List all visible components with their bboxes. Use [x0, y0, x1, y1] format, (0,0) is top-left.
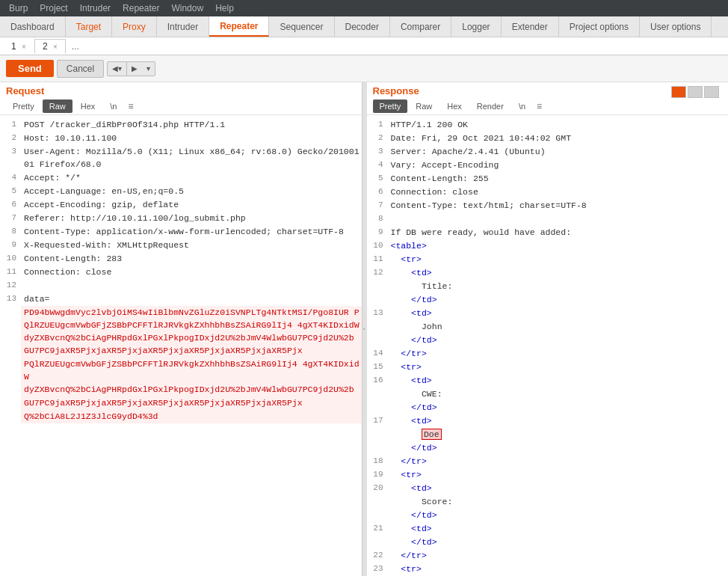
res-fmt-pretty[interactable]: Pretty: [373, 99, 408, 113]
response-line: 7Content-Type: text/html; charset=UTF-8: [367, 199, 729, 212]
res-fmt-raw[interactable]: Raw: [409, 99, 439, 113]
tab-repeater[interactable]: Repeater: [209, 16, 269, 37]
response-line: 20 <td>: [367, 482, 729, 495]
response-line: 10<table>: [367, 239, 729, 253]
tab-sequencer[interactable]: Sequencer: [269, 16, 334, 37]
tab-intruder[interactable]: Intruder: [157, 16, 209, 37]
tab-dashboard[interactable]: Dashboard: [0, 16, 66, 37]
response-line: 12 <td>: [367, 266, 729, 280]
request-line: 4Accept: */*: [0, 171, 362, 185]
response-line: 21 <td>: [367, 522, 729, 536]
response-line: </td>: [367, 401, 729, 414]
tab-user-options[interactable]: User options: [640, 16, 712, 37]
response-line: Doe: [367, 428, 729, 441]
request-line: 6Accept-Encoding: gzip, deflate: [0, 198, 362, 212]
request-code-area[interactable]: 1POST /tracker_diRbPr0Of314.php HTTP/1.1…: [0, 115, 362, 576]
response-line: 15 <tr>: [367, 361, 729, 374]
menu-window[interactable]: Window: [165, 1, 209, 15]
req-fmt-ln[interactable]: \n: [103, 99, 123, 113]
nav-arrows: ◀▾ ▶ ▾: [107, 61, 155, 76]
view-btn-horizontal[interactable]: [688, 86, 703, 98]
subtab-1-close[interactable]: ×: [22, 43, 26, 51]
menu-bar: Burp Project Intruder Repeater Window He…: [0, 0, 728, 16]
response-line: 3Server: Apache/2.4.41 (Ubuntu): [367, 145, 729, 159]
subtab-1[interactable]: 1 ×: [3, 39, 34, 54]
request-format-tabs: Pretty Raw Hex \n ≡: [0, 98, 362, 115]
request-panel: Request Pretty Raw Hex \n ≡ 1POST /track…: [0, 82, 363, 576]
response-line: 23 <tr>: [367, 563, 729, 576]
subtab-2-close[interactable]: ×: [53, 43, 58, 51]
cancel-button[interactable]: Cancel: [57, 60, 104, 78]
response-line: 17 <td>: [367, 414, 729, 428]
response-line: 9If DB were ready, would have added:: [367, 226, 729, 239]
request-line: Q%2bCiA8L2J1Z3JlcG9ydD4%3d: [0, 410, 362, 423]
res-fmt-render[interactable]: Render: [470, 99, 510, 113]
res-fmt-ln[interactable]: \n: [512, 99, 532, 113]
subtab-2[interactable]: 2 ×: [34, 39, 66, 54]
response-line: CWE:: [367, 387, 729, 401]
menu-burp[interactable]: Burp: [3, 1, 34, 15]
response-line: 19 <tr>: [367, 468, 729, 482]
tab-proxy[interactable]: Proxy: [112, 16, 157, 37]
request-line: PD94bWwgdmVyc2lvbjOiMS4wIiBlbmNvZGluZz0i…: [0, 306, 362, 358]
request-line: 8Content-Type: application/x-www-form-ur…: [0, 225, 362, 239]
view-btn-split[interactable]: [671, 86, 686, 98]
tab-decoder[interactable]: Decoder: [335, 16, 390, 37]
back-arrow[interactable]: ◀▾: [108, 62, 126, 75]
tab-logger[interactable]: Logger: [451, 16, 501, 37]
response-line: 4Vary: Accept-Encoding: [367, 159, 729, 172]
toolbar: Send Cancel ◀▾ ▶ ▾: [0, 55, 728, 82]
response-line: 8: [367, 212, 729, 226]
request-line: 3User-Agent: Mozilla/5.0 (X11; Linux x86…: [0, 145, 362, 171]
response-line: 18 </tr>: [367, 455, 729, 468]
response-panel: Response Pretty Raw Hex Render \n ≡ 1HTT…: [367, 82, 729, 576]
menu-repeater[interactable]: Repeater: [117, 1, 165, 15]
tab-extender[interactable]: Extender: [502, 16, 559, 37]
response-code-area[interactable]: 1HTTP/1.1 200 OK2Date: Fri, 29 Oct 2021 …: [367, 115, 729, 576]
request-line: 7Referer: http://10.10.11.100/log_submit…: [0, 212, 362, 225]
subtab-more[interactable]: ...: [66, 40, 85, 53]
menu-project[interactable]: Project: [34, 1, 73, 15]
req-fmt-hex[interactable]: Hex: [74, 99, 102, 113]
response-line: 6Connection: close: [367, 186, 729, 199]
view-btn-single[interactable]: [704, 86, 719, 98]
request-line: 13data=: [0, 292, 362, 306]
response-header-row: Response: [367, 82, 729, 98]
response-line: 13 <td>: [367, 307, 729, 320]
request-title: Request: [0, 82, 362, 98]
response-format-tabs: Pretty Raw Hex Render \n ≡: [367, 98, 729, 115]
send-button[interactable]: Send: [6, 60, 54, 77]
main-panels: Request Pretty Raw Hex \n ≡ 1POST /track…: [0, 82, 728, 576]
res-fmt-hex[interactable]: Hex: [440, 99, 469, 113]
forward-arrow[interactable]: ▶: [127, 62, 142, 75]
req-fmt-menu[interactable]: ≡: [129, 101, 134, 111]
request-line: 12: [0, 279, 362, 292]
response-title: Response: [367, 82, 425, 98]
response-line: </td>: [367, 536, 729, 549]
response-line: 5Content-Length: 255: [367, 172, 729, 186]
response-line: John: [367, 320, 729, 334]
tab-project-options[interactable]: Project options: [559, 16, 640, 37]
menu-help[interactable]: Help: [209, 1, 240, 15]
tab-comparer[interactable]: Comparer: [390, 16, 451, 37]
request-line: 10Content-Length: 283: [0, 252, 362, 266]
menu-intruder[interactable]: Intruder: [74, 1, 117, 15]
response-line: 2Date: Fri, 29 Oct 2021 10:44:02 GMT: [367, 132, 729, 145]
request-line: GU7PC9jaXR5PjxjaXR5PjxjaXR5PjxjaXR5Pjxja…: [0, 396, 362, 410]
request-line: 2Host: 10.10.11.100: [0, 132, 362, 145]
response-line: </td>: [367, 293, 729, 307]
forward-dropdown[interactable]: ▾: [142, 62, 155, 75]
request-line: dyZXBvcnQ%2bCiAgPHRpdGxlPGxlPkpogIDxjd2U…: [0, 383, 362, 396]
response-line: 14 </tr>: [367, 347, 729, 361]
req-fmt-raw[interactable]: Raw: [43, 99, 73, 113]
response-line: 16 <td>: [367, 374, 729, 387]
subtab-bar: 1 × 2 × ...: [0, 37, 728, 55]
response-line: Title:: [367, 280, 729, 293]
request-line: 9X-Requested-With: XMLHttpRequest: [0, 239, 362, 252]
req-fmt-pretty[interactable]: Pretty: [6, 99, 41, 113]
request-line: PQlRZUEUgcmVwbGFjZSBbPCFFTlRJRVkgkZXhhbh…: [0, 358, 362, 384]
tab-target[interactable]: Target: [66, 16, 112, 37]
request-line: 11Connection: close: [0, 266, 362, 279]
response-line: </td>: [367, 509, 729, 522]
res-fmt-menu[interactable]: ≡: [537, 101, 542, 111]
